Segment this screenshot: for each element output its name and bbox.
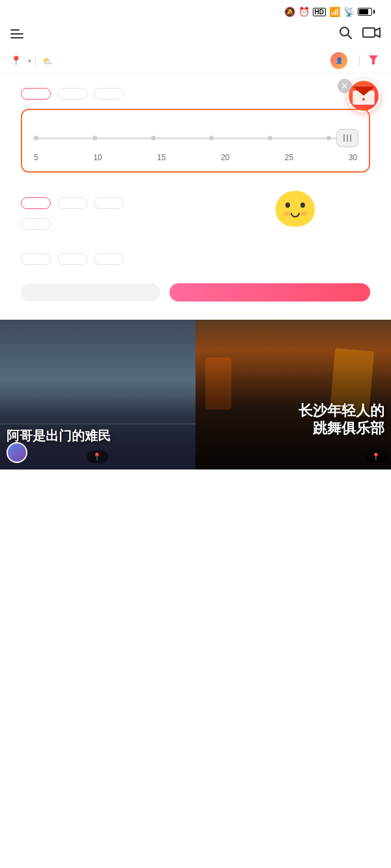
svg-marker-3 <box>369 55 378 64</box>
status-icons: 🔕 ⏰ HD 📶 📡 <box>284 7 378 17</box>
slider-thumb[interactable] <box>336 129 358 147</box>
weather-display: ⛅ <box>35 56 55 66</box>
pill-same-province[interactable] <box>94 88 124 100</box>
search-button[interactable] <box>338 25 353 43</box>
avatar-small: 👤 <box>330 52 347 69</box>
content-section <box>10 239 381 265</box>
distance-pill-group <box>21 88 370 100</box>
nav-right <box>338 25 381 43</box>
pill-default-distance[interactable] <box>21 88 51 100</box>
reset-button[interactable] <box>21 283 160 301</box>
pill-eat-drink[interactable] <box>94 253 124 265</box>
svg-rect-2 <box>363 28 375 37</box>
status-bar: 🔕 ⏰ HD 📶 📡 <box>0 0 391 21</box>
slider-track <box>33 137 358 139</box>
location-selector[interactable]: 📍 ▾ <box>10 55 31 66</box>
distance-section: 5 10 15 20 25 30 <box>10 88 381 173</box>
video-right-location: 📍 <box>366 451 388 463</box>
video-item-right[interactable]: 长沙年轻人的跳舞俱乐部 📍 <box>195 320 391 469</box>
signal-icon: 📶 <box>329 7 340 17</box>
filter-funnel-icon <box>369 55 378 66</box>
location-pin-right-icon: 📍 <box>371 453 381 461</box>
nav-left <box>10 29 51 38</box>
pill-7days[interactable] <box>94 197 124 209</box>
bottom-actions <box>10 274 381 312</box>
separator <box>359 55 360 66</box>
filter-panel: ✕ ¥ <box>0 74 391 320</box>
camera-button[interactable] <box>362 25 381 42</box>
battery-icon <box>358 8 375 16</box>
video-left-avatar <box>7 442 27 463</box>
wifi-icon: 📡 <box>343 7 355 17</box>
mute-icon: 🔕 <box>284 7 295 17</box>
alarm-icon: ⏰ <box>298 7 310 17</box>
hd-icon: HD <box>313 8 326 16</box>
location-pin-small-icon: 📍 <box>93 453 102 461</box>
tick-25: 25 <box>285 153 293 162</box>
slider-ticks: 5 10 15 20 25 30 <box>33 153 358 162</box>
slider-section: 5 10 15 20 25 30 <box>21 109 370 173</box>
content-pill-group <box>21 253 370 265</box>
tick-10: 10 <box>93 153 102 162</box>
right-actions: 👤 <box>330 52 381 69</box>
chevron-down-icon: ▾ <box>28 57 31 64</box>
hourly-rank-button[interactable]: 👤 <box>330 52 350 69</box>
sub-header: 📍 ▾ ⛅ 👤 <box>0 48 391 74</box>
tick-30: 30 <box>349 153 357 162</box>
video-item-left[interactable]: 阿哥是出门的难民 📍 <box>0 320 195 469</box>
video-grid: 阿哥是出门的难民 📍 长沙年轻人的跳舞俱乐部 📍 <box>0 320 391 469</box>
pill-default-time[interactable] <box>21 197 51 209</box>
video-left-location: 📍 <box>87 451 109 463</box>
tick-20: 20 <box>221 153 229 162</box>
video-right-overlay: 长沙年轻人的跳舞俱乐部 <box>298 402 384 437</box>
svg-line-1 <box>348 35 352 39</box>
hamburger-menu-button[interactable] <box>10 29 23 38</box>
tick-5: 5 <box>34 153 38 162</box>
filter-button[interactable] <box>369 55 381 66</box>
video-left-overlay: 阿哥是出门的难民 <box>7 428 111 443</box>
nav-bar <box>0 21 391 48</box>
pill-1month[interactable] <box>21 218 51 230</box>
pill-1day[interactable] <box>57 197 87 209</box>
location-pin-icon: 📍 <box>10 55 22 66</box>
time-section <box>10 183 381 230</box>
tick-15: 15 <box>157 153 166 162</box>
weather-cloud-icon: ⛅ <box>42 56 53 66</box>
slider-container[interactable] <box>33 128 358 148</box>
mascot-decoration <box>272 191 318 236</box>
confirm-button[interactable] <box>169 283 370 301</box>
pill-default-content[interactable] <box>21 253 51 265</box>
pill-same-city[interactable] <box>57 88 87 100</box>
pill-chat-room[interactable] <box>57 253 87 265</box>
red-envelope-button[interactable]: ¥ <box>347 79 381 113</box>
close-filter-button[interactable]: ✕ <box>338 79 352 93</box>
time-pill-group <box>21 197 370 209</box>
